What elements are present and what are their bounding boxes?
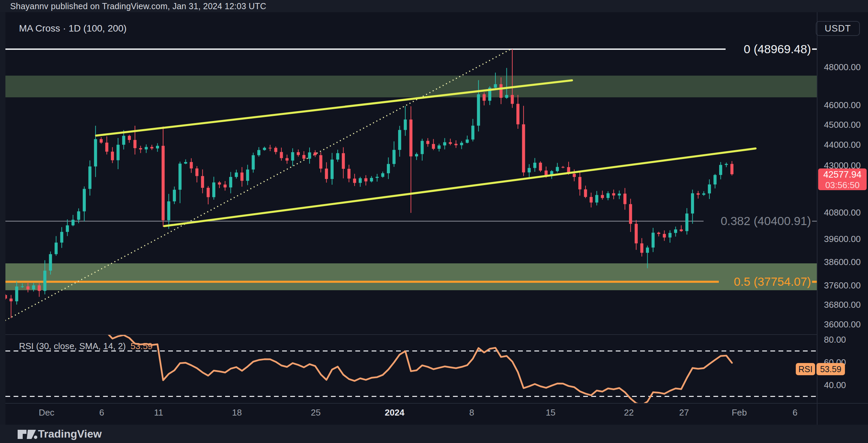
svg-text:25: 25	[311, 407, 321, 418]
svg-text:45000.00: 45000.00	[824, 120, 861, 130]
svg-text:18: 18	[232, 407, 242, 418]
svg-text:15: 15	[546, 407, 555, 418]
bar-countdown: 03:56:50	[818, 180, 867, 190]
svg-text:22: 22	[624, 407, 634, 418]
svg-text:6: 6	[792, 407, 797, 418]
footer-bar: TradingView	[0, 425, 868, 443]
last-price-value: 42577.94	[818, 169, 867, 180]
svg-text:36000.00: 36000.00	[824, 319, 861, 329]
svg-text:40800.00: 40800.00	[824, 207, 861, 218]
header-bar: Shayannv published on TradingView.com, J…	[0, 0, 868, 12]
indicator-legend[interactable]: MA Cross · 1D (100, 200)	[19, 23, 126, 34]
svg-text:Feb: Feb	[732, 407, 747, 418]
chart-left-gutter	[0, 12, 5, 425]
svg-text:38600.00: 38600.00	[824, 257, 861, 267]
svg-text:39600.00: 39600.00	[824, 234, 861, 244]
fib-level-50-label: 0.5 (37754.07)	[648, 275, 811, 288]
svg-text:48000.00: 48000.00	[824, 62, 861, 72]
svg-text:44000.00: 44000.00	[824, 140, 861, 150]
svg-text:46000.00: 46000.00	[824, 100, 861, 110]
svg-text:2024: 2024	[385, 407, 405, 418]
svg-text:8: 8	[469, 407, 474, 418]
svg-text:6: 6	[99, 407, 104, 418]
svg-text:Dec: Dec	[39, 407, 54, 418]
svg-text:37600.00: 37600.00	[824, 280, 861, 290]
rsi-legend-value: 53.59	[131, 341, 153, 351]
svg-text:36800.00: 36800.00	[824, 300, 861, 310]
tradingview-logo-icon[interactable]	[16, 427, 38, 442]
svg-text:80.00: 80.00	[824, 335, 846, 345]
tradingview-brand-text[interactable]: TradingView	[38, 428, 102, 440]
svg-text:40.00: 40.00	[824, 380, 846, 390]
svg-text:11: 11	[154, 407, 163, 418]
tradingview-snapshot: Shayannv published on TradingView.com, J…	[0, 0, 868, 443]
fib-level-0-label: 0 (48969.48)	[648, 42, 811, 56]
rsi-legend[interactable]: RSI (30, close, SMA, 14, 2)53.59	[19, 341, 153, 351]
currency-toggle-button[interactable]: USDT	[816, 21, 860, 36]
publish-title: Shayannv published on TradingView.com, J…	[10, 1, 266, 11]
rsi-badge-title: RSI	[796, 363, 815, 375]
rsi-legend-text: RSI (30, close, SMA, 14, 2)	[19, 341, 126, 351]
rsi-badge-value: 53.59	[816, 363, 845, 375]
fib-level-382-label: 0.382 (40400.91)	[648, 214, 811, 228]
last-price-badge: 42577.94 03:56:50	[818, 168, 867, 190]
svg-text:27: 27	[679, 407, 689, 418]
